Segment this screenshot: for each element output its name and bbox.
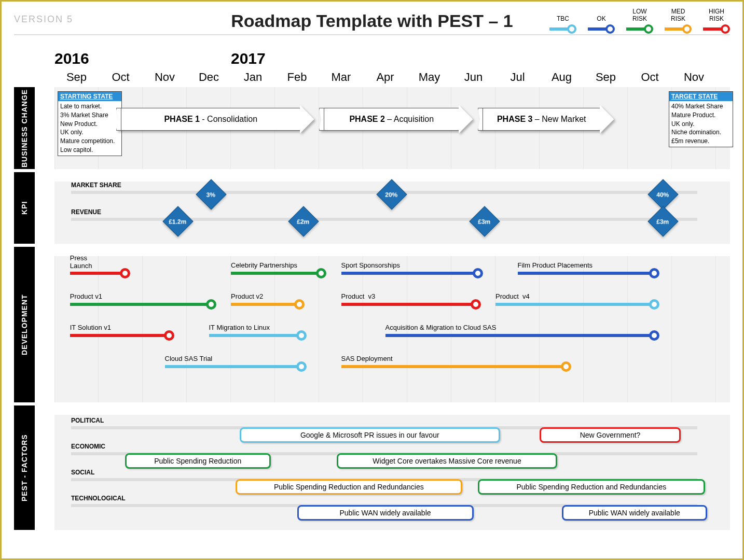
- dev-bar-label: Product v1: [70, 292, 102, 300]
- phase-label: PHASE 3 – New Market: [497, 115, 586, 124]
- swimlane-kpi: KPI MARKET SHARE3%20%40%REVENUE£1.2m£2m£…: [14, 172, 730, 244]
- swimlane-business-change: BUSINESS CHANGE STARTING STATE Late to m…: [14, 87, 730, 169]
- legend-label: TBC: [557, 8, 569, 22]
- dev-bar-label: Press Launch: [70, 254, 92, 270]
- legend-swatch: [588, 24, 615, 34]
- legend-swatch: [626, 24, 653, 34]
- kpi-value: 20%: [381, 184, 402, 206]
- month-label: Sep: [54, 71, 99, 84]
- month-label: Oct: [628, 71, 672, 84]
- kpi-diamond: 40%: [647, 179, 678, 209]
- pest-factor-box: New Government?: [540, 427, 681, 443]
- swimlane-pest: PEST - FACTORS POLITICALGoogle & Microso…: [14, 405, 730, 530]
- starting-state-box: STARTING STATE Late to market. 3% Market…: [58, 91, 122, 156]
- kpi-value: 40%: [652, 184, 673, 206]
- version-label: VERSION 5: [14, 14, 73, 25]
- dev-bar-label: Product v4: [495, 292, 530, 300]
- pest-factor-box: Widget Core overtakes Massive Core reven…: [337, 453, 557, 469]
- kpi-value: £3m: [474, 211, 494, 233]
- phase-label: PHASE 1 - Consolidation: [164, 115, 257, 124]
- swimlane-label: PEST - FACTORS: [14, 405, 35, 530]
- dev-bar-label: IT Solution v1: [70, 324, 111, 331]
- dev-bar: [495, 303, 654, 306]
- month-label: Dec: [187, 71, 231, 84]
- phase-arrow: PHASE 2 – Acquisition: [319, 108, 473, 131]
- swimlane-label: KPI: [14, 172, 35, 244]
- pest-factor-box: Public Spending Reduction and Redundanci…: [236, 479, 463, 495]
- business-change-body: STARTING STATE Late to market. 3% Market…: [54, 87, 730, 169]
- dev-bar-label: Cloud SAS Trial: [165, 355, 213, 362]
- bar-cap-icon: [561, 361, 571, 372]
- month-label: Jun: [451, 71, 495, 84]
- kpi-row-label: REVENUE: [71, 208, 101, 216]
- state-body: Late to market. 3% Market Share New Prod…: [58, 101, 121, 156]
- dev-bar-label: Celebrity Partnerships: [231, 261, 297, 269]
- month-label: Feb: [275, 71, 319, 84]
- month-label: Nov: [672, 71, 716, 84]
- state-title: STARTING STATE: [58, 92, 121, 101]
- state-body: 40% Market Share Mature Product. UK only…: [669, 101, 733, 147]
- state-title: TARGET STATE: [669, 92, 733, 101]
- target-state-box: TARGET STATE 40% Market Share Mature Pro…: [669, 91, 733, 147]
- phase-arrow: PHASE 3 – New Market: [478, 108, 614, 131]
- kpi-value: 3%: [200, 184, 221, 206]
- month-label: Oct: [99, 71, 143, 84]
- dev-bar: [70, 334, 169, 337]
- legend-swatch: [665, 24, 692, 34]
- legend-item: OK: [588, 8, 615, 34]
- dev-bar: [231, 303, 299, 306]
- bar-cap-icon: [294, 299, 305, 310]
- dev-bar-label: SAS Deployment: [341, 355, 393, 362]
- pest-row-label: ECONOMIC: [71, 443, 105, 450]
- month-label: Apr: [363, 71, 407, 84]
- kpi-body: MARKET SHARE3%20%40%REVENUE£1.2m£2m£3m£3…: [54, 181, 730, 244]
- month-label: Aug: [540, 71, 584, 84]
- legend-label: LOW RISK: [632, 8, 647, 22]
- legend-label: OK: [597, 8, 605, 22]
- month-label: May: [407, 71, 451, 84]
- kpi-diamond: £3m: [469, 206, 500, 236]
- bar-cap-icon: [206, 299, 216, 310]
- kpi-value: £2m: [293, 211, 313, 233]
- month-label: Jul: [495, 71, 540, 84]
- kpi-value: £3m: [652, 211, 673, 233]
- bar-cap-icon: [473, 268, 483, 278]
- bar-cap-icon: [120, 268, 130, 278]
- month-label: Mar: [319, 71, 363, 84]
- kpi-diamond: £1.2m: [162, 206, 193, 236]
- risk-legend: TBC OK LOW RISK MED RISK HIGH RISK: [549, 8, 730, 34]
- kpi-diamond: £3m: [647, 206, 678, 236]
- bar-cap-icon: [164, 330, 174, 341]
- dev-bar-label: Product v2: [231, 292, 263, 300]
- swimlane-label: BUSINESS CHANGE: [14, 87, 35, 169]
- dev-bar-label: IT Migration to Linux: [209, 324, 270, 331]
- legend-item: TBC: [549, 8, 576, 34]
- pest-factor-box: Public Spending Reduction: [125, 453, 271, 469]
- dev-bar: [385, 334, 655, 337]
- bar-cap-icon: [471, 299, 481, 310]
- phase-arrow: PHASE 1 - Consolidation: [116, 108, 314, 131]
- bar-cap-icon: [649, 330, 659, 341]
- dev-bar-label: Film Product Placements: [518, 261, 593, 269]
- bar-cap-icon: [296, 330, 307, 341]
- pest-row-label: TECHNOLOGICAL: [71, 495, 126, 502]
- pest-row-label: SOCIAL: [71, 469, 94, 476]
- dev-bar-label: Acquisition & Migration to Cloud SAS: [385, 324, 497, 331]
- swimlane-development: DEVELOPMENT Press Launch Celebrity Partn…: [14, 247, 730, 402]
- timeline-header: 20162017 SepOctNovDecJanFebMarAprMayJunJ…: [54, 50, 730, 84]
- pest-factor-box: Google & Microsoft PR issues in our favo…: [240, 427, 500, 443]
- legend-item: MED RISK: [665, 8, 692, 34]
- dev-bar: [518, 272, 655, 275]
- phase-label: PHASE 2 – Acquisition: [349, 115, 434, 124]
- bar-cap-icon: [649, 268, 659, 278]
- dev-bar: [341, 303, 476, 306]
- pest-body: POLITICALGoogle & Microsoft PR issues in…: [54, 415, 730, 530]
- legend-item: LOW RISK: [626, 8, 653, 34]
- kpi-diamond: 3%: [196, 179, 226, 209]
- legend-item: HIGH RISK: [703, 8, 730, 34]
- pest-factor-box: Public WAN widely available: [562, 505, 708, 521]
- dev-bar: [209, 334, 302, 337]
- roadmap-page: VERSION 5 Roadmap Template with PEST – 1…: [0, 0, 744, 560]
- month-label: Nov: [143, 71, 187, 84]
- legend-swatch: [703, 24, 730, 34]
